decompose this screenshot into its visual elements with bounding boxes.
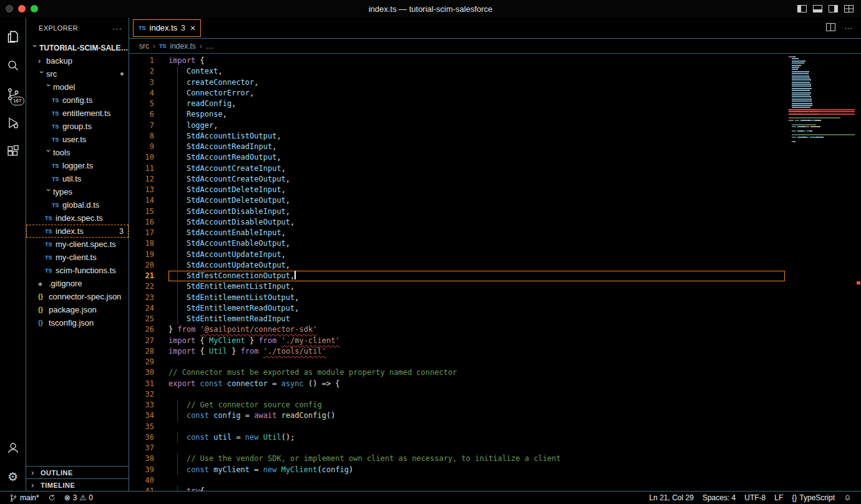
code-line[interactable]: 31 export const connector = async () => … — [129, 379, 785, 389]
line-number[interactable]: 27 — [129, 336, 154, 346]
tree-item[interactable]: {} package.json — [26, 303, 129, 316]
code-line[interactable]: 15 StdAccountDisableInput, — [129, 206, 785, 217]
line-number[interactable]: 20 — [129, 260, 154, 271]
code-line[interactable]: 28 import { Util } from './tools/util' — [129, 346, 785, 357]
line-number[interactable]: 34 — [129, 410, 154, 421]
code-line[interactable]: 37 — [129, 443, 785, 453]
line-number[interactable]: 23 — [129, 293, 154, 303]
split-editor-icon[interactable] — [826, 23, 835, 33]
tree-item[interactable]: › model — [26, 80, 129, 94]
code-line[interactable]: 20 StdAccountUpdateOutput, — [129, 260, 785, 271]
settings-gear-icon[interactable]: ⚙ — [0, 462, 26, 491]
tree-item[interactable]: TS user.ts — [26, 133, 129, 146]
code-line[interactable]: 2 Context, — [129, 66, 785, 77]
code-line[interactable]: 8 StdAccountListOutput, — [129, 131, 785, 142]
tree-item[interactable]: › tools — [26, 146, 129, 159]
line-number[interactable]: 8 — [129, 131, 154, 142]
line-number[interactable]: 37 — [129, 443, 154, 453]
line-number[interactable]: 29 — [129, 357, 154, 367]
line-number[interactable]: 7 — [129, 120, 154, 131]
run-debug-icon[interactable] — [0, 109, 26, 137]
line-number[interactable]: 41 — [129, 486, 154, 491]
code-line[interactable]: 34 const config = await readConfig() — [129, 410, 785, 421]
code-line[interactable]: 29 — [129, 357, 785, 367]
code-line[interactable]: 39 const myClient = new MyClient(config) — [129, 465, 785, 475]
code-line[interactable]: 10 StdAccountReadOutput, — [129, 152, 785, 163]
code-line[interactable]: 9 StdAccountReadInput, — [129, 142, 785, 152]
line-number[interactable]: 17 — [129, 228, 154, 238]
code-editor[interactable]: 1 import { 2 Context, 3 createConnector,… — [129, 54, 861, 491]
line-number[interactable]: 32 — [129, 389, 154, 400]
code-line[interactable]: 13 StdAccountDeleteInput, — [129, 185, 785, 195]
line-number[interactable]: 26 — [129, 324, 154, 335]
close-window-button[interactable] — [6, 5, 13, 12]
code-lines[interactable]: 1 import { 2 Context, 3 createConnector,… — [129, 56, 785, 491]
code-line[interactable]: 25 StdEntitlementReadInput — [129, 314, 785, 324]
overview-ruler[interactable] — [856, 54, 861, 491]
tab-index-ts[interactable]: TS index.ts 3 × — [133, 19, 201, 37]
tree-item[interactable]: TS my-client.spec.ts — [26, 238, 129, 251]
line-number[interactable]: 22 — [129, 281, 154, 292]
code-line[interactable]: 38 // Use the vendor SDK, or implement o… — [129, 453, 785, 464]
language-mode-item[interactable]: {} TypeScript — [789, 493, 838, 502]
tree-item[interactable]: TS util.ts — [26, 172, 129, 185]
line-number[interactable]: 12 — [129, 174, 154, 185]
tree-item[interactable]: TS my-client.ts — [26, 251, 129, 264]
code-line[interactable]: 4 ConnectorError, — [129, 88, 785, 99]
line-number[interactable]: 38 — [129, 453, 154, 464]
code-line[interactable]: 36 const util = new Util(); — [129, 432, 785, 443]
tree-item[interactable]: TS entitlement.ts — [26, 107, 129, 120]
code-line[interactable]: 27 import { MyClient } from './my-client… — [129, 336, 785, 346]
account-icon[interactable] — [0, 434, 26, 462]
code-line[interactable]: 26 } from '@sailpoint/connector-sdk' — [129, 324, 785, 335]
code-line[interactable]: 21 StdTestConnectionOutput, — [129, 271, 785, 281]
toggle-secondary-sidebar-icon[interactable] — [829, 5, 838, 12]
git-branch-item[interactable]: main* — [6, 492, 42, 504]
line-number[interactable]: 11 — [129, 163, 154, 174]
line-number[interactable]: 28 — [129, 346, 154, 357]
explorer-icon[interactable] — [0, 22, 26, 51]
code-line[interactable]: 17 StdAccountEnableInput, — [129, 228, 785, 238]
code-line[interactable]: 12 StdAccountCreateOutput, — [129, 174, 785, 185]
outline-panel-header[interactable]: › OUTLINE — [26, 466, 129, 478]
code-line[interactable]: 24 StdEntitlementReadOutput, — [129, 303, 785, 314]
line-number[interactable]: 33 — [129, 400, 154, 410]
encoding-item[interactable]: UTF-8 — [741, 493, 769, 502]
code-line[interactable]: 16 StdAccountDisableOutput, — [129, 217, 785, 228]
minimize-window-button[interactable] — [18, 5, 26, 12]
minimap[interactable] — [789, 56, 855, 143]
code-line[interactable]: 19 StdAccountUpdateInput, — [129, 250, 785, 260]
tree-item[interactable]: TS global.d.ts — [26, 198, 129, 211]
tree-item[interactable]: {} connector-spec.json — [26, 290, 129, 303]
code-line[interactable]: 11 StdAccountCreateInput, — [129, 163, 785, 174]
customize-layout-icon[interactable] — [844, 5, 854, 12]
line-number[interactable]: 21 — [129, 271, 154, 281]
line-number[interactable]: 36 — [129, 432, 154, 443]
toggle-panel-icon[interactable] — [813, 5, 822, 12]
code-line[interactable]: 3 createConnector, — [129, 77, 785, 88]
code-line[interactable]: 33 // Get connector source config — [129, 400, 785, 410]
code-line[interactable]: 7 logger, — [129, 120, 785, 131]
line-number[interactable]: 24 — [129, 303, 154, 314]
notifications-item[interactable] — [840, 494, 855, 502]
tree-item[interactable]: {} tsconfig.json — [26, 316, 129, 329]
tree-item[interactable]: TS config.ts — [26, 94, 129, 107]
indentation-item[interactable]: Spaces: 4 — [699, 493, 739, 502]
toggle-sidebar-icon[interactable] — [797, 5, 807, 12]
tree-item[interactable]: TS group.ts — [26, 120, 129, 133]
zoom-window-button[interactable] — [31, 5, 38, 12]
tree-item[interactable]: › TUTORIAL-SCIM-SALES... — [26, 41, 129, 54]
sync-changes-item[interactable] — [45, 492, 59, 504]
explorer-more-actions-icon[interactable]: ··· — [112, 24, 122, 33]
line-number[interactable]: 35 — [129, 422, 154, 432]
line-number[interactable]: 1 — [129, 56, 154, 66]
code-line[interactable]: 6 Response, — [129, 109, 785, 120]
line-number[interactable]: 16 — [129, 217, 154, 228]
line-number[interactable]: 9 — [129, 142, 154, 152]
line-number[interactable]: 2 — [129, 66, 154, 77]
cursor-position-item[interactable]: Ln 21, Col 29 — [646, 493, 697, 502]
line-number[interactable]: 10 — [129, 152, 154, 163]
line-number[interactable]: 31 — [129, 379, 154, 389]
tree-item[interactable]: TS index.spec.ts — [26, 211, 129, 225]
code-line[interactable]: 32 — [129, 389, 785, 400]
